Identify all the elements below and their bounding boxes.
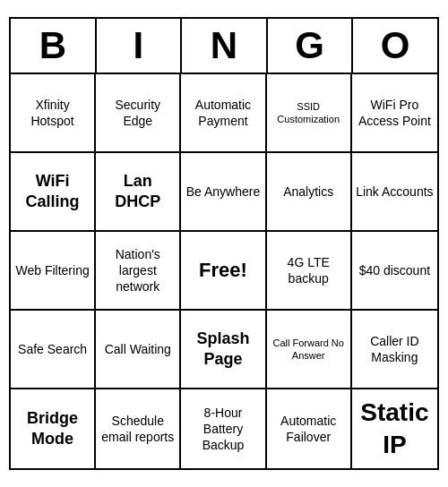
bingo-cell: SSID Customization bbox=[267, 74, 352, 153]
bingo-cell: Safe Search bbox=[11, 311, 96, 389]
bingo-cell: Call Forward No Answer bbox=[267, 311, 352, 389]
bingo-cell: Automatic Payment bbox=[181, 74, 266, 153]
bingo-header-letter: B bbox=[11, 19, 97, 73]
bingo-cell: Bridge Mode bbox=[11, 389, 96, 468]
bingo-header-letter: N bbox=[182, 19, 268, 73]
bingo-cell: Schedule email reports bbox=[96, 389, 181, 468]
bingo-cell: $40 discount bbox=[352, 232, 437, 311]
bingo-cell: Caller ID Masking bbox=[352, 311, 437, 389]
bingo-card: BINGO Xfinity HotspotSecurity EdgeAutoma… bbox=[9, 17, 439, 470]
bingo-cell: WiFi Pro Access Point bbox=[352, 74, 437, 153]
bingo-cell: 4G LTE backup bbox=[267, 232, 352, 311]
bingo-cell: Xfinity Hotspot bbox=[11, 74, 96, 153]
bingo-header: BINGO bbox=[11, 19, 437, 74]
bingo-header-letter: I bbox=[97, 19, 183, 73]
bingo-cell: Web Filtering bbox=[11, 232, 96, 311]
bingo-cell: Free! bbox=[181, 232, 266, 311]
bingo-cell: Call Waiting bbox=[96, 311, 181, 389]
bingo-grid: Xfinity HotspotSecurity EdgeAutomatic Pa… bbox=[11, 74, 437, 468]
bingo-cell: Static IP bbox=[352, 389, 437, 468]
bingo-header-letter: O bbox=[353, 19, 437, 73]
bingo-cell: Nation's largest network bbox=[96, 232, 181, 311]
bingo-cell: Security Edge bbox=[96, 74, 181, 153]
bingo-cell: 8-Hour Battery Backup bbox=[181, 389, 266, 468]
bingo-cell: WiFi Calling bbox=[11, 153, 96, 232]
bingo-cell: Be Anywhere bbox=[181, 153, 266, 232]
bingo-cell: Link Accounts bbox=[352, 153, 437, 232]
bingo-cell: Splash Page bbox=[181, 311, 266, 389]
bingo-cell: Lan DHCP bbox=[96, 153, 181, 232]
bingo-cell: Automatic Failover bbox=[267, 389, 352, 468]
bingo-header-letter: G bbox=[268, 19, 354, 73]
bingo-cell: Analytics bbox=[267, 153, 352, 232]
